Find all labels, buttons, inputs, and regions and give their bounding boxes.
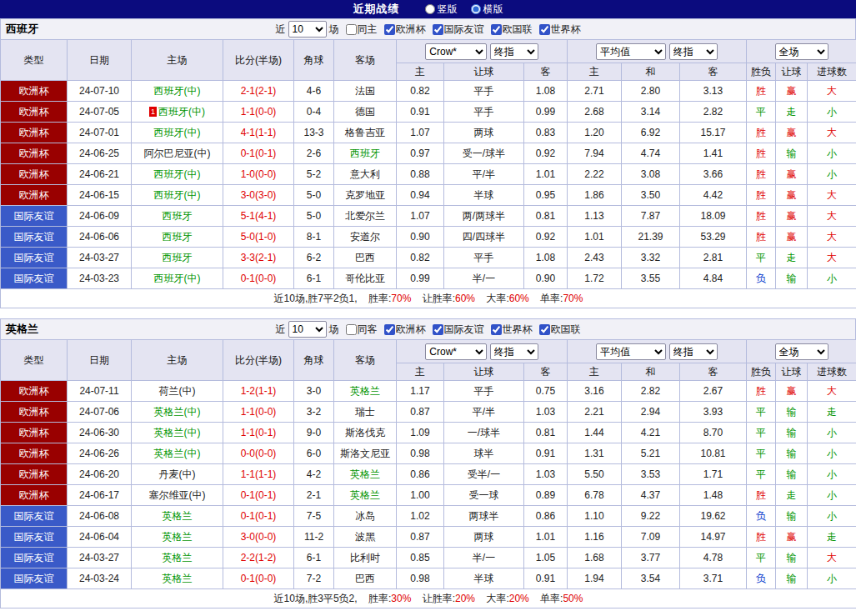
horizontal-layout-option[interactable]: 横版 [471,3,503,17]
avg-home-cell: 1.44 [568,423,622,443]
handicap-result-cell: 赢 [776,164,808,185]
same-venue-option[interactable]: 同主 [342,23,378,37]
win-rate-stat: 胜率:70% [368,293,411,304]
odds-home-cell: 1.02 [397,506,444,527]
score-cell: 1-1(0-1) [223,423,294,443]
handicap-cell: 两球 [444,123,524,143]
odds-away-cell: 0.99 [524,102,568,123]
recent-count-select[interactable]: 10 [288,21,327,38]
team-title: 英格兰 [6,322,38,337]
col-avg-away: 客 [680,363,747,381]
avg-home-cell: 2.43 [568,248,622,268]
avg-draw-cell: 3.54 [622,568,680,589]
competition-checkbox-friendly[interactable] [433,324,443,335]
avg-away-cell: 4.78 [680,548,747,568]
odds-stage-select[interactable]: 终指 [490,343,538,360]
competition-option-worldcup[interactable]: 世界杯 [535,23,581,37]
home-team-cell: 英格兰 [132,548,223,568]
corners-cell: 5-0 [294,206,334,227]
match-row: 欧洲杯24-07-11荷兰(中)1-2(1-1)3-0英格兰1.17平手0.75… [1,381,856,402]
competition-checkbox-nations[interactable] [539,324,550,335]
competition-checkbox-nations[interactable] [491,24,502,35]
avg-home-cell: 6.78 [568,485,622,506]
col-date: 日期 [68,40,132,81]
match-type-cell: 国际友谊 [1,548,68,568]
odds-source-select[interactable]: Crow* [425,343,487,360]
filters: 近 10 场 同客 欧洲杯 国际友谊 世界杯 欧 [276,321,581,338]
same-venue-option[interactable]: 同客 [342,323,378,337]
corners-cell: 11-2 [294,527,334,548]
match-type-cell: 欧洲杯 [1,402,68,423]
vertical-layout-radio[interactable] [425,4,435,14]
same-venue-checkbox[interactable] [346,24,357,35]
odds-home-cell: 0.98 [397,443,444,464]
match-row: 国际友谊24-06-04英格兰3-0(0-0)11-2波黑0.87两球1.011… [1,527,856,548]
average-source-select[interactable]: 平均值 [596,343,666,360]
col-type: 类型 [1,40,68,81]
horizontal-layout-label: 横版 [483,3,503,17]
goals-result-cell: 小 [808,164,856,185]
away-team-cell: 波黑 [334,527,397,548]
vertical-layout-option[interactable]: 竖版 [425,3,458,17]
summary-prefix: 近10场,胜3平5负2, [274,593,358,604]
col-score: 比分(半场) [223,340,294,381]
competition-option-euro[interactable]: 欧洲杯 [380,323,426,337]
competition-checkbox-friendly[interactable] [433,24,443,35]
handicap-result-cell: 输 [776,423,808,443]
corners-cell: 6-0 [294,443,334,464]
result-cell: 平 [747,423,776,443]
competition-option-nations[interactable]: 欧国联 [487,23,533,37]
competition-checkbox-euro[interactable] [384,324,395,335]
handicap-result-cell: 赢 [776,527,808,548]
filters: 近 10 场 同主 欧洲杯 国际友谊 欧国联 世 [276,21,581,38]
competition-option-euro[interactable]: 欧洲杯 [380,23,426,37]
avg-draw-cell: 4.21 [622,423,680,443]
match-row: 欧洲杯24-07-01西班牙(中)4-1(1-1)13-3格鲁吉亚1.07两球0… [1,123,856,143]
unit-label: 场 [329,23,339,37]
handicap-result-cell: 赢 [776,81,808,102]
result-cell: 胜 [747,81,776,102]
average-stage-select[interactable]: 终指 [669,343,718,360]
scope-select[interactable]: 全场 [775,343,828,360]
away-team-cell: 巴西 [334,568,397,589]
home-team-cell: 塞尔维亚(中) [132,485,223,506]
avg-draw-cell: 2.94 [622,402,680,423]
avg-home-cell: 7.94 [568,143,622,164]
competition-option-worldcup[interactable]: 世界杯 [487,323,533,337]
odds-home-cell: 1.07 [397,206,444,227]
handicap-cell: 受一球 [444,485,524,506]
away-team-cell: 安道尔 [334,227,397,248]
home-team-cell: 1西班牙(中) [132,102,223,123]
avg-away-cell: 2.67 [680,381,747,402]
handicap-cell: 两/两球半 [444,206,524,227]
competition-option-friendly[interactable]: 国际友谊 [428,323,484,337]
horizontal-layout-radio[interactable] [471,4,481,14]
average-stage-select[interactable]: 终指 [669,43,718,60]
handicap-result-cell: 赢 [776,381,808,402]
odds-stage-select[interactable]: 终指 [490,43,538,60]
odds-away-cell: 0.91 [524,568,568,589]
competition-checkbox-worldcup[interactable] [491,324,502,335]
away-team-cell: 比利时 [334,548,397,568]
average-source-select[interactable]: 平均值 [596,43,666,60]
competition-option-nations[interactable]: 欧国联 [535,323,581,337]
scope-select[interactable]: 全场 [775,43,828,60]
col-result: 胜负 [747,63,776,81]
recent-count-select[interactable]: 10 [288,321,327,338]
odds-home-cell: 0.88 [397,164,444,185]
competition-checkbox-euro[interactable] [384,24,395,35]
score-cell: 3-0(0-0) [223,527,294,548]
match-row: 国际友谊24-06-08英格兰0-1(0-1)7-5冰岛1.02两球半0.861… [1,506,856,527]
handicap-cell: 半球 [444,185,524,206]
away-team-cell: 格鲁吉亚 [334,123,397,143]
match-type-cell: 欧洲杯 [1,443,68,464]
competition-checkbox-worldcup[interactable] [539,24,550,35]
odds-source-select[interactable]: Crow* [425,43,487,60]
col-handicap: 让球 [444,363,524,381]
competition-option-friendly[interactable]: 国际友谊 [428,23,484,37]
match-type-cell: 欧洲杯 [1,185,68,206]
corners-cell: 0-4 [294,102,334,123]
same-venue-checkbox[interactable] [346,324,357,335]
match-row: 欧洲杯24-06-21西班牙(中)1-0(0-0)5-2意大利0.88平/半1.… [1,164,856,185]
col-avg-away: 客 [680,63,747,81]
